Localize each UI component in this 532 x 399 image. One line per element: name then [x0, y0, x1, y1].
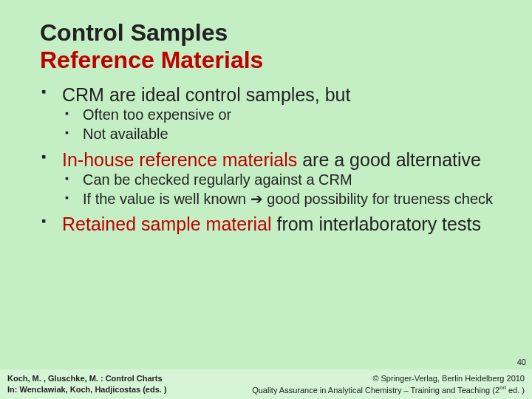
footer-right-line-1: © Springer-Verlag, Berlin Heidelberg 201… [252, 373, 525, 384]
bullet-2-sub-1: Can be checked regularly against a CRM [40, 171, 501, 189]
bullet-1-sub-1: Often too expensive or [40, 106, 501, 124]
footer-right: © Springer-Verlag, Berlin Heidelberg 201… [252, 373, 525, 396]
slide: Control Samples Reference Materials CRM … [0, 0, 532, 399]
footer: Koch, M. , Gluschke, M. : Control Charts… [0, 369, 532, 399]
bullet-1-text: CRM are ideal control samples, but [62, 84, 350, 105]
bullet-list: CRM are ideal control samples, but Often… [40, 84, 501, 236]
page-number: 40 [517, 358, 526, 366]
bullet-1-sublist: Often too expensive or Not available [40, 106, 501, 143]
bullet-2: In-house reference materials are a good … [40, 149, 501, 171]
title-line-1: Control Samples [40, 19, 501, 47]
bullet-2-highlight: In-house reference materials [62, 149, 297, 170]
footer-right-line-2: Quality Assurance in Analytical Chemistr… [252, 384, 525, 396]
bullet-1-sub-2: Not available [40, 126, 501, 143]
bullet-1: CRM are ideal control samples, but [40, 84, 501, 106]
slide-title: Control Samples Reference Materials [40, 19, 501, 74]
bullet-3-rest: from interlaboratory tests [271, 214, 480, 234]
title-line-2: Reference Materials [40, 47, 501, 74]
footer-left: Koch, M. , Gluschke, M. : Control Charts… [7, 373, 167, 396]
footer-left-line-1: Koch, M. , Gluschke, M. : Control Charts [7, 374, 163, 383]
footer-left-line-2: In: Wenclawiak, Koch, Hadjicostas (eds. … [7, 385, 167, 394]
bullet-3: Retained sample material from interlabor… [40, 214, 501, 235]
bullet-3-highlight: Retained sample material [62, 214, 271, 234]
bullet-2-rest: are a good alternative [297, 149, 481, 170]
bullet-2-sub-2: If the value is well known ➔ good possib… [40, 191, 501, 208]
bullet-2-sublist: Can be checked regularly against a CRM I… [40, 171, 501, 208]
